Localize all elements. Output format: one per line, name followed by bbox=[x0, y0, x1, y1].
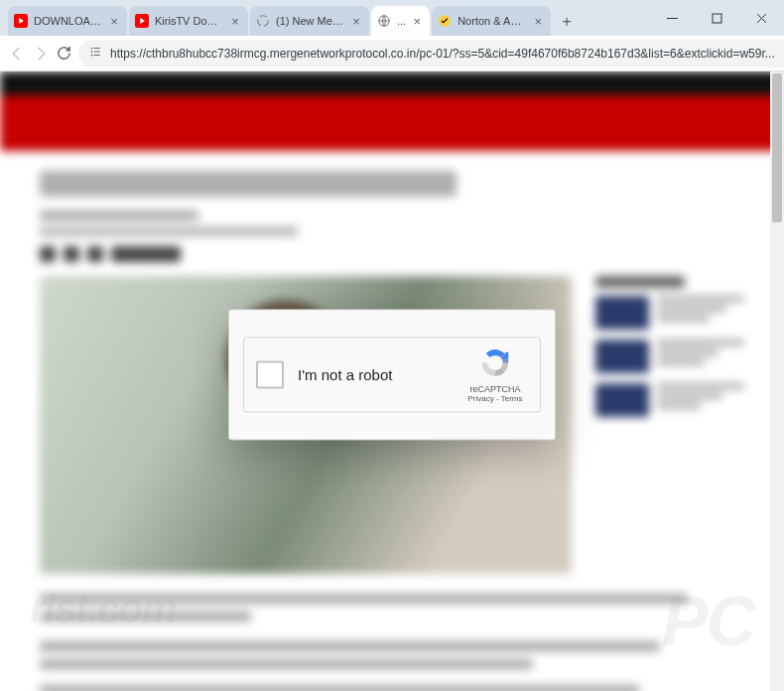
url-text: https://cthbru8hubcc738irmcg.mergenetwor… bbox=[110, 47, 775, 61]
svg-point-2 bbox=[258, 16, 269, 27]
tab-5[interactable]: Norton & AntiVirus × bbox=[432, 6, 551, 36]
svg-point-8 bbox=[91, 55, 93, 57]
url-box[interactable]: https://cthbru8hubcc738irmcg.mergenetwor… bbox=[78, 40, 784, 68]
scrollbar-thumb[interactable] bbox=[772, 73, 782, 222]
recaptcha-widget: I'm not a robot reCAPTCHA Privacy - Term… bbox=[243, 337, 541, 412]
site-info-icon[interactable] bbox=[88, 45, 102, 62]
tab-1[interactable]: DOWNLOAD: Red × bbox=[8, 6, 127, 36]
play-icon bbox=[135, 14, 149, 28]
forward-button[interactable] bbox=[32, 40, 50, 68]
recaptcha-label: I'm not a robot bbox=[298, 366, 462, 383]
browser-titlebar: DOWNLOAD: Red × KirisTV Download × (1) N… bbox=[0, 0, 784, 36]
article-headline bbox=[40, 171, 457, 197]
play-icon bbox=[14, 14, 28, 28]
recaptcha-terms-link[interactable]: Terms bbox=[501, 394, 523, 403]
recaptcha-checkbox[interactable] bbox=[256, 360, 284, 388]
watermark: rist.com bbox=[30, 587, 177, 631]
new-tab-button[interactable]: + bbox=[553, 8, 581, 36]
tab-title: ... bbox=[397, 15, 406, 27]
window-controls bbox=[650, 0, 784, 36]
shield-icon bbox=[438, 14, 452, 28]
tab-title: KirisTV Download bbox=[155, 15, 224, 27]
minimize-button[interactable] bbox=[650, 0, 695, 36]
close-icon[interactable]: × bbox=[228, 14, 242, 28]
page-content: rist.com PC I'm not a robot reCAPTCHA Pr… bbox=[0, 71, 784, 691]
recaptcha-privacy-link[interactable]: Privacy bbox=[468, 394, 494, 403]
svg-point-7 bbox=[91, 51, 93, 53]
close-icon[interactable]: × bbox=[410, 14, 424, 28]
globe-icon bbox=[377, 14, 391, 28]
close-window-button[interactable] bbox=[739, 0, 784, 36]
loading-icon bbox=[256, 14, 270, 28]
tab-4-active[interactable]: ... × bbox=[371, 6, 430, 36]
tab-2[interactable]: KirisTV Download × bbox=[129, 6, 248, 36]
svg-point-6 bbox=[91, 48, 93, 50]
recaptcha-logo: reCAPTCHA Privacy - Terms bbox=[462, 346, 528, 403]
watermark: PC bbox=[662, 582, 754, 661]
tab-title: (1) New Message! bbox=[276, 15, 345, 27]
back-button[interactable] bbox=[8, 40, 26, 68]
tab-3[interactable]: (1) New Message! × bbox=[250, 6, 369, 36]
tab-title: DOWNLOAD: Red bbox=[34, 15, 103, 27]
close-icon[interactable]: × bbox=[349, 14, 363, 28]
svg-rect-5 bbox=[713, 14, 721, 23]
recaptcha-brand: reCAPTCHA bbox=[462, 384, 528, 394]
reload-button[interactable] bbox=[56, 40, 72, 68]
recaptcha-dialog: I'm not a robot reCAPTCHA Privacy - Term… bbox=[228, 309, 556, 440]
vertical-scrollbar[interactable] bbox=[770, 71, 784, 691]
close-icon[interactable]: × bbox=[531, 14, 545, 28]
address-bar: https://cthbru8hubcc738irmcg.mergenetwor… bbox=[0, 36, 784, 71]
close-icon[interactable]: × bbox=[107, 14, 121, 28]
maximize-button[interactable] bbox=[695, 0, 739, 36]
tab-title: Norton & AntiVirus bbox=[457, 15, 527, 27]
recaptcha-icon bbox=[479, 346, 511, 378]
